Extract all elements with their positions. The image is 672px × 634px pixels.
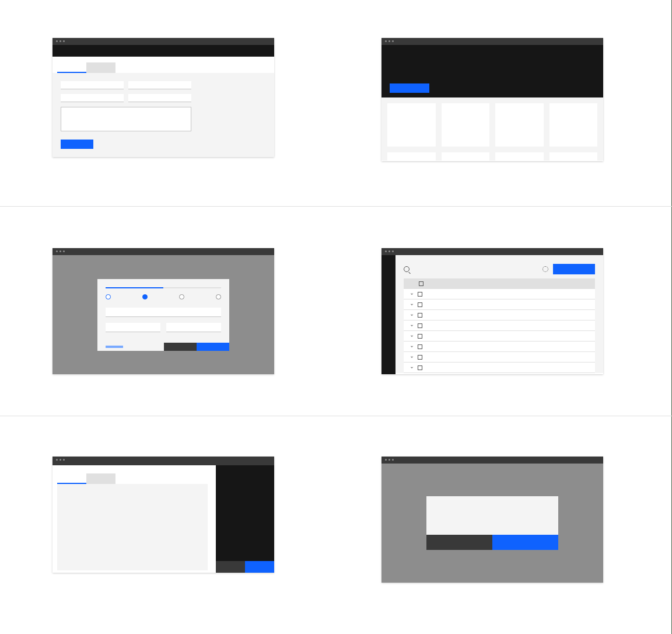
ghost-link[interactable] [106,346,123,348]
window-dot[interactable] [388,250,390,252]
form-panel [52,73,274,157]
checkbox[interactable] [418,313,422,318]
table-row[interactable] [404,342,595,352]
chevron-down-icon[interactable] [410,324,413,328]
text-input[interactable] [106,308,221,317]
chevron-down-icon[interactable] [410,313,413,317]
checkbox[interactable] [418,292,422,297]
text-input[interactable] [61,81,124,89]
content-card[interactable] [495,103,544,147]
secondary-button[interactable] [426,535,492,550]
content-card[interactable] [387,152,436,161]
secondary-button[interactable] [216,561,245,573]
window-controls [56,459,65,461]
step-indicator[interactable] [106,294,111,299]
window-controls [385,459,394,461]
table-row[interactable] [404,363,595,373]
wizard-modal [97,279,229,351]
checkbox[interactable] [419,281,424,286]
content-card[interactable] [442,103,490,147]
chevron-down-icon[interactable] [410,303,413,306]
table-header-row [404,278,595,289]
content-card[interactable] [387,103,436,147]
primary-button[interactable] [197,343,229,351]
window-titlebar [382,248,603,255]
dialog-footer [426,535,558,550]
text-input[interactable] [166,323,221,332]
window-dot[interactable] [392,40,394,42]
content-card[interactable] [550,152,598,161]
step-indicator[interactable] [142,294,148,299]
table-row[interactable] [404,331,595,342]
primary-button[interactable] [245,561,274,573]
chevron-down-icon[interactable] [410,335,413,338]
card-grid [382,97,603,161]
primary-button[interactable] [553,264,595,274]
window-dot[interactable] [388,459,390,461]
window-dot[interactable] [63,250,65,252]
tab-inactive[interactable] [86,473,116,484]
content-card[interactable] [495,152,544,161]
table-row[interactable] [404,352,595,363]
primary-button[interactable] [492,535,558,550]
gear-icon[interactable] [542,266,548,272]
chevron-down-icon[interactable] [410,356,413,359]
panel-5-split-view [52,457,274,573]
window-dot[interactable] [56,250,58,252]
window-dot[interactable] [385,459,387,461]
window-dot[interactable] [392,250,394,252]
window-dot[interactable] [392,459,394,461]
text-input[interactable] [128,94,191,102]
checkbox[interactable] [418,334,422,339]
tab-active[interactable] [57,62,86,73]
table-row[interactable] [404,310,595,321]
text-input[interactable] [106,323,160,332]
window-titlebar [382,38,603,45]
search-icon[interactable] [404,266,410,272]
window-dot[interactable] [63,40,65,42]
window-dot[interactable] [388,40,390,42]
row-divider [0,206,672,207]
hero-section [382,45,603,97]
modal-backdrop [52,255,274,374]
window-controls [385,250,394,252]
chevron-down-icon[interactable] [410,345,413,349]
primary-button[interactable] [61,140,93,149]
tab-content-area [57,484,208,570]
step-indicator[interactable] [216,294,221,299]
left-pane [52,465,216,573]
chevron-down-icon[interactable] [410,292,413,296]
checkbox[interactable] [418,355,422,360]
window-dot[interactable] [56,459,58,461]
checkbox[interactable] [418,365,422,370]
window-dot[interactable] [60,40,61,42]
content-card[interactable] [550,103,598,147]
window-dot[interactable] [385,40,387,42]
window-dot[interactable] [56,40,58,42]
window-dot[interactable] [60,250,61,252]
window-dot[interactable] [63,459,65,461]
window-dot[interactable] [60,459,61,461]
secondary-button[interactable] [164,343,197,351]
checkbox[interactable] [418,344,422,349]
tabs [57,473,216,484]
step-indicator[interactable] [179,294,184,299]
split-body [52,465,274,573]
panel-6-dialog [382,457,603,583]
checkbox[interactable] [418,302,422,307]
window-controls [385,40,394,42]
right-panel-footer [216,561,274,573]
text-input[interactable] [61,94,124,102]
table-row[interactable] [404,299,595,310]
table-row[interactable] [404,321,595,331]
checkbox[interactable] [418,323,422,328]
text-input[interactable] [128,81,191,89]
primary-button[interactable] [390,83,429,93]
tab-inactive[interactable] [86,62,116,73]
textarea[interactable] [61,107,191,131]
content-card[interactable] [442,152,490,161]
chevron-down-icon[interactable] [410,366,413,370]
tab-active[interactable] [57,473,86,484]
table-row[interactable] [404,289,595,299]
window-dot[interactable] [385,250,387,252]
